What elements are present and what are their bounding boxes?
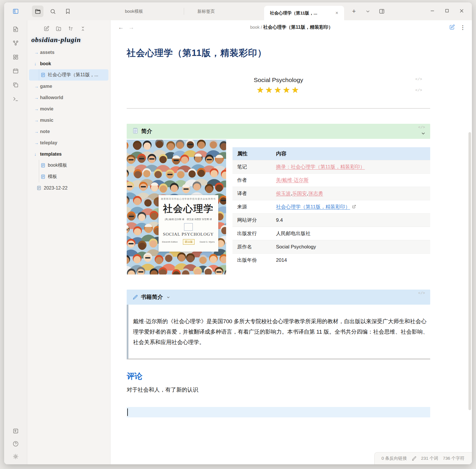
active-edit-line[interactable] [127,407,430,417]
intro-callout-header[interactable]: 简介 </> [127,124,430,139]
comments-heading: 评论 [127,371,430,381]
files-view-icon[interactable] [32,6,43,17]
vault-switcher-icon[interactable] [12,428,19,434]
more-options-icon[interactable]: ⋮ [460,24,466,31]
edit-code-block-icon[interactable]: </> [415,88,422,92]
table-row: 来源 社会心理学（第11版，精装彩印） [232,200,430,214]
intro-callout-title: 简介 [141,128,152,135]
chevron-down-icon[interactable] [421,131,426,136]
notepad-icon [132,128,138,135]
sidebar-item-game[interactable]: →game [29,81,108,92]
sidebar-item-book-template[interactable]: book模板 [29,160,108,171]
book-cover-panel: 教育部高等学校心理学教学指导委员会推荐用书 社会心理学 [美] 戴维·迈尔斯 著… [159,195,218,252]
edit-code-block-icon[interactable]: </> [418,291,425,295]
cover-recommend-text: 教育部高等学校心理学教学指导委员会推荐用书 [160,197,217,201]
tab-new[interactable]: 新标签页 [184,2,261,20]
file-tree: →assets ↓book 社会心理学（第11版，... →game →hall… [27,47,110,194]
help-icon[interactable] [12,441,19,447]
translator-link[interactable]: 乐国安 [292,191,307,196]
cover-authors: [美] 戴维·迈尔斯 著 侯玉波 乐国安 张智勇 译 [160,218,217,221]
collapse-all-icon[interactable] [80,26,86,32]
sidebar-item-daily-note[interactable]: 2023-12-22 [29,182,108,194]
window-minimize-icon[interactable] [430,9,435,14]
file-icon [41,174,46,179]
scrollbar[interactable] [468,55,471,441]
cover-edition-badge: 第11版 [183,239,194,245]
vault-title[interactable]: obsidian-plugin [27,34,110,47]
edit-status-pencil-icon [412,456,417,461]
tab-active-note[interactable]: 社会心理学（第11版，... × [264,6,344,20]
cover-title: 社会心理学 [160,202,217,215]
sidebar-item-assets[interactable]: →assets [29,47,108,58]
bookmark-icon[interactable] [62,6,74,17]
status-bar: 0 条反向链接 231 个词 736 个字符 [374,452,472,464]
search-icon[interactable] [47,6,59,17]
canvas-icon[interactable] [12,54,19,60]
edit-mode-icon[interactable] [449,24,455,30]
author-link[interactable]: 美/戴维·迈尔斯 [276,177,308,183]
window-close-icon[interactable] [459,9,464,14]
quick-switcher-icon[interactable] [12,26,19,32]
templates-copy-icon[interactable] [12,82,19,88]
translator-link[interactable]: 侯玉波 [276,191,291,196]
new-folder-icon[interactable] [56,26,61,32]
source-external-link[interactable]: 社会心理学（第11版，精装彩印） [276,204,350,210]
tab-close-icon[interactable]: × [334,10,339,16]
column-header-key: 属性 [232,147,276,160]
sidebar-item-music[interactable]: →music [29,114,108,126]
book-properties-table: 属性 内容 笔记 摘录：社会心理学（第11版，精装彩印） 作者 美/戴维·迈尔斯 [232,147,430,267]
file-icon [41,72,46,77]
breadcrumb-folder[interactable]: book [250,25,260,30]
page-title: 社会心理学（第11版，精装彩印） [127,47,430,59]
breadcrumb: book / 社会心理学（第11版，精装彩印） [134,24,449,30]
cover-frame-motif [184,223,193,231]
sidebar-toggle-icon[interactable] [10,6,21,17]
graph-view-icon[interactable] [12,40,19,46]
back-icon[interactable]: ← [118,24,124,31]
summary-callout-body: 戴维·迈尔斯的《社会心理学》是美国700 多所大专院校社会心理学教学所采用的教材… [127,305,430,359]
sidebar-item-teleplay[interactable]: →teleplay [29,137,108,148]
left-ribbon [4,20,27,464]
backlinks-count[interactable]: 0 条反向链接 [381,456,407,461]
edit-code-block-icon[interactable]: </> [418,125,425,130]
tab-book-template[interactable]: book模板 [110,2,184,20]
window-maximize-icon[interactable] [445,9,449,14]
tab-list-chevron-icon[interactable] [362,6,374,17]
file-explorer-sidebar: obsidian-plugin →assets ↓book 社会心理学（第11版… [27,20,110,464]
terminal-icon[interactable] [12,96,19,102]
new-note-icon[interactable] [43,26,49,32]
expanded-arrow-icon: ↓ [34,152,40,157]
publish-year-value: 2014 [276,254,430,267]
new-tab-icon[interactable]: + [348,6,360,17]
sidebar-item-movie[interactable]: →movie [29,103,108,114]
summary-callout-header[interactable]: 书籍简介 </> [127,290,430,305]
table-row: 出版发行 人民邮电出版社 [232,227,430,240]
translator-link[interactable]: 张志勇 [308,191,323,196]
forward-icon[interactable]: → [128,24,134,31]
calendar-icon[interactable] [12,68,19,74]
tab-bar: book模板 新标签页 社会心理学（第11版，... × + [110,2,424,20]
sidebar-item-note[interactable]: →note [29,126,108,137]
settings-gear-icon[interactable] [12,453,19,460]
note-link[interactable]: 摘录：社会心理学（第11版，精装彩印） [276,164,365,170]
edit-code-block-icon[interactable]: </> [415,77,422,81]
sort-order-icon[interactable] [68,26,74,32]
chevron-down-icon[interactable] [166,295,170,299]
char-count[interactable]: 736 个字符 [443,456,464,461]
sidebar-item-note-social-psychology[interactable]: 社会心理学（第11版，... [29,69,108,81]
collapsed-arrow-icon: → [34,95,40,100]
sidebar-item-halloworld[interactable]: →halloworld [29,92,108,103]
split-view-icon[interactable] [376,6,388,17]
word-count[interactable]: 231 个词 [421,456,438,461]
table-row: 笔记 摘录：社会心理学（第11版，精装彩印） [232,160,430,174]
cover-english-title: SOCIAL PSYCHOLOGY [160,232,217,237]
sidebar-item-template[interactable]: 模板 [29,171,108,182]
sidebar-item-book[interactable]: ↓book [29,58,108,69]
table-row: 原作名 Social Psychology [232,240,430,254]
comments-text: 对于社会和人，有了新的认识 [127,386,430,394]
summary-text: 戴维·迈尔斯的《社会心理学》是美国700 多所大专院校社会心理学教学所采用的教材… [133,316,430,348]
collapsed-arrow-icon: → [34,84,40,89]
sidebar-item-templates[interactable]: ↓templates [29,148,108,160]
text-cursor [127,408,128,416]
file-icon [41,163,46,168]
